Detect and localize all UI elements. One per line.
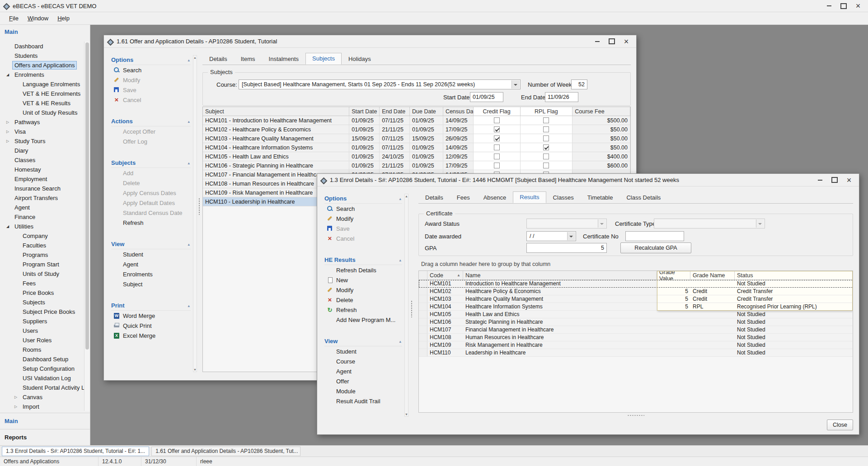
sidebar-item[interactable]: Program Start (0, 260, 84, 269)
sidebar-scrollbar[interactable] (84, 42, 90, 411)
tab[interactable]: Details (202, 53, 234, 65)
rpl-flag-checkbox[interactable] (543, 144, 549, 150)
scroll-down-icon[interactable] (405, 412, 408, 416)
tab[interactable]: Subjects (305, 53, 342, 65)
nav-item[interactable]: Offer Log (111, 136, 191, 146)
start-date-field[interactable]: 01/09/25 (470, 92, 503, 102)
nav-group-header[interactable]: View (111, 239, 191, 249)
menu-file[interactable]: File (5, 14, 23, 23)
nav-item[interactable]: Delete (111, 178, 191, 188)
column-header[interactable]: Due Date (410, 107, 443, 116)
minimize-button[interactable] (813, 176, 827, 185)
certificate-no-field[interactable] (625, 231, 684, 241)
rpl-flag-checkbox[interactable] (543, 154, 549, 159)
app-titlebar[interactable]: eBECAS - eBECAS VET DEMO (0, 0, 868, 12)
sidebar-item[interactable]: Company (0, 231, 84, 241)
sidebar-item[interactable]: Homestay (0, 165, 84, 174)
sidebar-item[interactable]: Study Tours (0, 136, 84, 146)
table-row[interactable]: HCM108 Human Resources in Healthcare Not… (419, 334, 853, 341)
nav-item[interactable]: Delete (324, 295, 402, 305)
window-titlebar[interactable]: 1.3 Enrol Details - S#: AP10286 Student,… (317, 174, 859, 186)
sidebar-item[interactable]: Suppliers (0, 317, 84, 326)
sidebar-item[interactable]: VET & HE Enrolments (0, 89, 84, 98)
tab[interactable]: Results (513, 191, 546, 203)
sidebar-item[interactable]: Fees (0, 279, 84, 288)
sidebar-item[interactable]: Dashboard Setup (0, 354, 84, 364)
nav-item[interactable]: Module (324, 386, 402, 396)
nav-item[interactable]: Refresh (324, 305, 402, 315)
column-header[interactable]: Subject (203, 107, 349, 116)
nav-group-header[interactable]: Options (111, 55, 191, 65)
nav-item[interactable]: Offer (324, 376, 402, 386)
collapse-icon[interactable] (399, 196, 401, 201)
tab[interactable]: Absence (477, 192, 513, 203)
nav-item[interactable]: Search (111, 65, 191, 75)
maximize-button[interactable] (605, 37, 619, 46)
table-row[interactable]: HCM105 - Health Law and Ethics 01/09/25 … (203, 152, 630, 161)
table-row[interactable]: HCM101 - Introduction to Healthcare Mana… (203, 116, 630, 125)
nav-item[interactable]: Refresh (111, 218, 191, 228)
award-status-combo[interactable] (526, 219, 607, 228)
tab[interactable]: Classes (546, 192, 581, 203)
nav-item[interactable]: Modify (324, 214, 402, 224)
table-row[interactable]: HCM106 Strategic Planning in Healthcare … (419, 318, 853, 326)
sidebar-item[interactable]: Utilities (0, 222, 84, 231)
nav-item[interactable]: Apply Default Dates (111, 198, 191, 208)
sidebar-item[interactable]: Offers and Applications (0, 61, 84, 70)
horizontal-splitter-grip[interactable] (627, 415, 644, 417)
nav-item[interactable]: Quick Print (111, 321, 191, 331)
table-row[interactable]: HCM106 - Strategic Planning in Healthcar… (203, 161, 630, 170)
sidebar-item[interactable]: Dashboard (0, 42, 84, 51)
nav-group-header[interactable]: Actions (111, 116, 191, 126)
collapse-icon[interactable] (188, 119, 190, 124)
nav-item[interactable]: Standard Census Date (111, 208, 191, 218)
weeks-field[interactable]: 52 (571, 79, 587, 89)
nav-item[interactable]: Enrolments (111, 269, 191, 279)
sidebar-item[interactable]: Language Enrolments (0, 79, 84, 89)
scroll-up-icon[interactable] (193, 56, 197, 60)
tab[interactable]: Items (234, 53, 262, 65)
close-button[interactable] (619, 37, 633, 46)
sidebar-scrollbar-thumb[interactable] (85, 42, 89, 350)
nav-group-header[interactable]: Options (324, 194, 402, 204)
sidebar-item[interactable]: Diary (0, 146, 84, 155)
sidebar-item[interactable]: Price Books (0, 288, 84, 298)
column-header[interactable]: Census Date (443, 107, 474, 116)
credit-flag-checkbox[interactable] (494, 163, 500, 168)
sidebar-item[interactable]: Subject Price Books (0, 307, 84, 317)
nav-scrollbar[interactable] (193, 55, 197, 372)
nav-item[interactable]: Result Audit Trail (324, 396, 402, 406)
nav-item[interactable]: Save (111, 85, 191, 95)
window-titlebar[interactable]: 1.61 Offer and Application Details - AP1… (104, 35, 636, 48)
nav-item[interactable]: Agent (111, 259, 191, 269)
nav-item[interactable]: Word Merge (111, 311, 191, 321)
nav-item[interactable]: Excel Merge (111, 331, 191, 340)
sidebar-item[interactable]: Insurance Search (0, 184, 84, 193)
sidebar-item[interactable]: Employment (0, 174, 84, 184)
sidebar-item[interactable]: Import (0, 402, 84, 411)
menu-help[interactable]: Help (53, 14, 74, 23)
credit-flag-checkbox[interactable] (494, 135, 500, 141)
minimize-button[interactable] (590, 37, 605, 46)
column-header[interactable]: End Date (380, 107, 410, 116)
credit-flag-checkbox[interactable] (494, 154, 500, 159)
column-header[interactable]: RPL Flag (521, 107, 573, 116)
nav-item[interactable]: Subject (111, 279, 191, 289)
scroll-up-icon[interactable] (405, 194, 408, 198)
sidebar-item[interactable]: Programs (0, 250, 84, 260)
taskbar-window-button[interactable]: 1.61 Offer and Application Details - AP1… (151, 447, 300, 456)
nav-item[interactable]: Student (324, 346, 402, 356)
column-header-code[interactable]: Code (427, 271, 463, 280)
gpa-field[interactable]: 5 (526, 243, 607, 253)
credit-flag-checkbox[interactable] (494, 117, 500, 123)
table-row[interactable]: HCM107 Financial Management in Healthcar… (419, 326, 853, 334)
tab[interactable]: Timetable (581, 192, 620, 203)
nav-item[interactable]: Add New Program M... (324, 315, 402, 325)
collapse-icon[interactable] (399, 339, 401, 344)
sidebar-item[interactable]: Visa (0, 127, 84, 136)
table-row[interactable]: HCM102 Healthcare Policy & Economics 5 C… (419, 288, 853, 295)
nav-item[interactable]: Apply Census Dates (111, 188, 191, 198)
rpl-flag-checkbox[interactable] (543, 117, 549, 123)
nav-scrollbar[interactable] (404, 194, 408, 417)
credit-flag-checkbox[interactable] (494, 126, 500, 132)
